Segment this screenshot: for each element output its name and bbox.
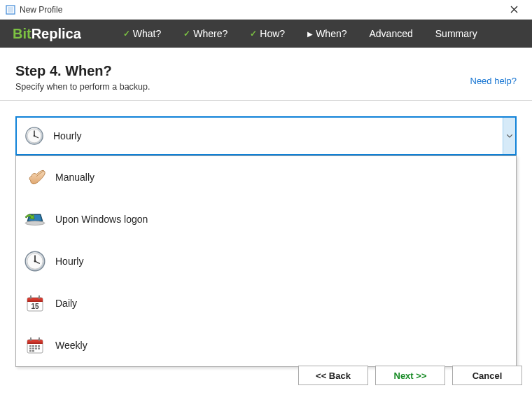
need-help-link[interactable]: Need help?	[470, 76, 517, 86]
next-button[interactable]: Next >>	[375, 366, 445, 385]
logo-replica: Replica	[31, 26, 81, 41]
nav-label: Advanced	[369, 28, 412, 39]
svg-rect-35	[32, 348, 34, 349]
svg-rect-30	[29, 345, 31, 347]
check-icon: ✓	[250, 29, 257, 39]
step-subtitle: Specify when to perform a backup.	[15, 82, 517, 92]
title-bar: New Profile	[0, 0, 532, 20]
step-header: Step 4. When? Specify when to perform a …	[0, 48, 532, 101]
header-nav: BitReplica ✓ What? ✓ Where? ✓ How? ▶ Whe…	[0, 20, 532, 48]
svg-rect-33	[38, 345, 40, 347]
nav-label: Where?	[193, 28, 227, 39]
svg-point-9	[25, 221, 45, 226]
nav-label: What?	[133, 28, 161, 39]
svg-rect-29	[38, 338, 40, 340]
laptop-arrow-icon	[23, 207, 47, 231]
nav-steps: ✓ What? ✓ Where? ✓ How? ▶ When? Advanced…	[115, 22, 524, 45]
wizard-footer: << Back Next >> Cancel	[298, 366, 522, 385]
close-button[interactable]	[501, 1, 526, 18]
nav-when[interactable]: ▶ When?	[299, 22, 355, 45]
svg-rect-36	[35, 348, 37, 349]
svg-rect-27	[30, 338, 31, 340]
combo-selected-label: Hourly	[53, 130, 81, 141]
arrow-right-icon: ▶	[307, 30, 313, 38]
main-content: Hourly Manually	[0, 101, 532, 171]
option-weekly[interactable]: Weekly	[16, 324, 516, 366]
svg-rect-1	[8, 7, 13, 13]
combo-selected: Hourly	[17, 118, 503, 154]
svg-rect-34	[29, 348, 31, 349]
calendar-week-icon	[23, 333, 47, 357]
option-hourly[interactable]: Hourly	[16, 240, 516, 282]
schedule-dropdown-list: Manually Upon Windows logon	[15, 155, 517, 367]
title-bar-left: New Profile	[6, 5, 62, 15]
nav-label: How?	[260, 28, 285, 39]
app-logo: BitReplica	[13, 26, 81, 42]
svg-point-8	[34, 135, 36, 137]
option-label: Daily	[55, 298, 77, 309]
svg-rect-39	[32, 350, 34, 352]
svg-rect-32	[35, 345, 37, 347]
cancel-button[interactable]: Cancel	[452, 366, 522, 385]
window-title: New Profile	[20, 5, 62, 15]
option-daily[interactable]: 15 Daily	[16, 282, 516, 324]
chevron-down-icon[interactable]	[503, 118, 515, 154]
nav-summary[interactable]: Summary	[427, 22, 486, 45]
option-label: Hourly	[55, 256, 83, 267]
svg-rect-17	[27, 300, 43, 302]
option-label: Weekly	[55, 340, 88, 351]
calendar-day-icon: 15	[23, 291, 47, 315]
option-label: Manually	[55, 172, 94, 183]
svg-text:15: 15	[31, 303, 39, 310]
nav-where[interactable]: ✓ Where?	[175, 22, 236, 45]
option-label: Upon Windows logon	[55, 214, 148, 225]
app-icon	[6, 5, 15, 15]
svg-rect-21	[38, 296, 40, 298]
nav-what[interactable]: ✓ What?	[115, 22, 169, 45]
check-icon: ✓	[123, 29, 130, 39]
svg-rect-38	[29, 350, 31, 352]
nav-label: When?	[316, 28, 346, 39]
option-logon[interactable]: Upon Windows logon	[16, 198, 516, 240]
svg-rect-31	[32, 345, 34, 347]
logo-bit: Bit	[13, 26, 31, 41]
svg-rect-37	[38, 348, 40, 349]
svg-point-14	[34, 261, 36, 263]
clock-icon	[23, 249, 47, 273]
option-manually[interactable]: Manually	[16, 156, 516, 198]
svg-rect-19	[30, 296, 31, 298]
nav-advanced[interactable]: Advanced	[360, 22, 421, 45]
nav-label: Summary	[435, 28, 477, 39]
nav-how[interactable]: ✓ How?	[241, 22, 293, 45]
check-icon: ✓	[183, 29, 190, 39]
hand-point-icon	[23, 165, 47, 189]
back-button[interactable]: << Back	[298, 366, 368, 385]
svg-rect-25	[27, 342, 43, 344]
step-title: Step 4. When?	[15, 63, 517, 79]
clock-icon	[24, 125, 45, 146]
schedule-combobox[interactable]: Hourly	[15, 116, 517, 155]
